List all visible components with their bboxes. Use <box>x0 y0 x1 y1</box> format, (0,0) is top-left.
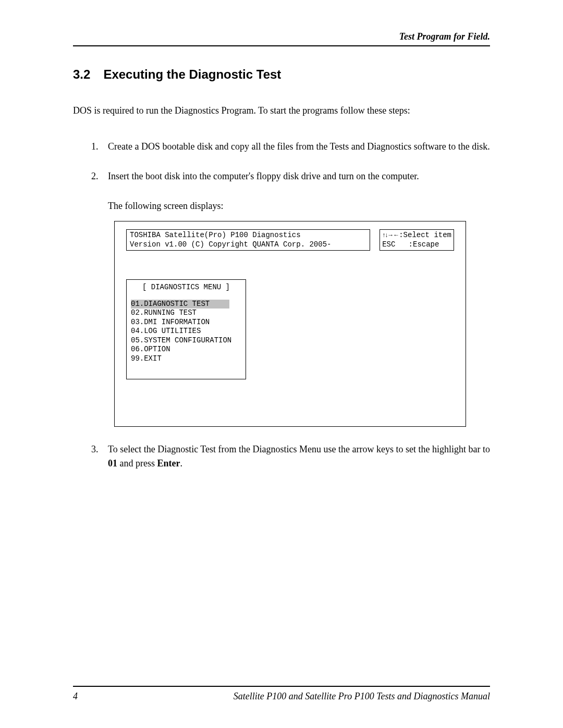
section-number: 3.2 <box>73 67 90 82</box>
footer-title: Satellite P100 and Satellite Pro P100 Te… <box>234 691 490 702</box>
menu-item-running-test[interactable]: 02.RUNNING TEST <box>131 309 241 318</box>
menu-item-option[interactable]: 06.OPTION <box>131 345 241 354</box>
diagnostics-screen: TOSHIBA Satellite(Pro) P100 Diagnostics … <box>114 221 466 427</box>
step-1-number: 1. <box>91 140 99 154</box>
step-3-number: 3. <box>91 442 99 456</box>
step-list: 1. Create a DOS bootable disk and copy a… <box>91 140 490 471</box>
highlight-01: 01 <box>108 458 117 468</box>
arrow-keys-icon: ↑↓→← <box>382 231 399 239</box>
step-2-number: 2. <box>91 169 99 183</box>
intro-paragraph: DOS is required to run the Diagnostics P… <box>73 105 490 116</box>
diagnostics-menu-title: [ DIAGNOSTICS MENU ] <box>131 283 241 292</box>
menu-item-log-utilities[interactable]: 04.LOG UTILITIES <box>131 327 241 336</box>
step-2: 2. Insert the boot disk into the compute… <box>91 169 490 427</box>
enter-key: Enter <box>157 458 180 468</box>
step-3-text: To select the Diagnostic Test from the D… <box>108 444 490 468</box>
step-3: 3. To select the Diagnostic Test from th… <box>91 442 490 471</box>
diagnostics-menu-box: [ DIAGNOSTICS MENU ] 01.DIAGNOSTIC TEST … <box>126 279 246 379</box>
section-heading: 3.2Executing the Diagnostic Test <box>73 67 490 82</box>
version-line-2: Version v1.00 (C) Copyright QUANTA Corp.… <box>130 240 366 250</box>
hint-select-text: :Select item <box>399 231 451 239</box>
running-header: Test Program for Field. <box>73 31 490 46</box>
section-title: Executing the Diagnostic Test <box>103 67 281 81</box>
menu-item-exit[interactable]: 99.EXIT <box>131 354 241 364</box>
hint-esc-key: ESC <box>382 240 395 249</box>
page-number: 4 <box>73 691 78 702</box>
version-line-1: TOSHIBA Satellite(Pro) P100 Diagnostics <box>130 231 366 240</box>
menu-item-diagnostic-test[interactable]: 01.DIAGNOSTIC TEST <box>131 300 229 309</box>
step-2-text: Insert the boot disk into the computer's… <box>108 171 419 181</box>
menu-item-dmi-information[interactable]: 03.DMI INFORMATION <box>131 318 241 327</box>
key-hint-box: ↑↓→←:Select item ESC :Escape <box>380 229 454 251</box>
step-1: 1. Create a DOS bootable disk and copy a… <box>91 140 490 154</box>
hint-esc-text: :Escape <box>409 240 439 249</box>
menu-item-system-configuration[interactable]: 05.SYSTEM CONFIGURATION <box>131 336 241 346</box>
version-info-box: TOSHIBA Satellite(Pro) P100 Diagnostics … <box>126 229 370 251</box>
page-footer: 4 Satellite P100 and Satellite Pro P100 … <box>73 686 490 702</box>
step-2-following: The following screen displays: <box>108 199 490 213</box>
step-1-text: Create a DOS bootable disk and copy all … <box>108 141 490 152</box>
